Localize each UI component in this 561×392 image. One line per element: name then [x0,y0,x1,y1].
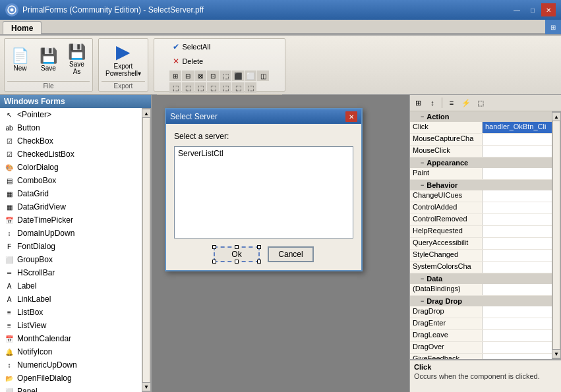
maximize-button[interactable]: □ [525,3,540,16]
toolbox-item[interactable]: 🎨ColorDialog [0,161,142,174]
edit-icon-btn-6[interactable]: ⬛ [232,70,244,81]
props-section-header[interactable]: −Drag Drop [410,296,552,306]
scroll-down-arrow[interactable]: ▼ [142,382,151,391]
props-cell-value[interactable] [483,238,552,249]
props-cell-value[interactable] [483,284,552,295]
props-section-header[interactable]: −Appearance [410,157,552,168]
dialog-listbox-item[interactable]: ServerListCtl [176,148,351,159]
props-cell-value[interactable] [483,190,552,202]
edit-icon-btn-8[interactable]: ◫ [257,70,269,81]
toolbox-item[interactable]: 📅DateTimePicker [0,213,142,227]
dialog-close-button[interactable]: ✕ [345,111,357,122]
props-sort-category-btn[interactable]: ⊞ [411,96,425,109]
props-section-header[interactable]: −Behavior [410,180,552,190]
props-row[interactable]: ControlRemoved [410,214,552,226]
props-events-btn[interactable]: ≡ [445,96,458,109]
props-cell-value[interactable] [483,318,552,329]
toolbox-item[interactable]: ↕NumericUpDown [0,358,142,372]
scroll-track[interactable] [142,118,150,382]
edit-icon-btn-2[interactable]: ⊟ [182,70,194,81]
edit-icon-btn-7[interactable]: ⬜ [245,70,256,81]
ribbon-collapse-btn[interactable]: ⊞ [545,20,561,34]
select-all-button[interactable]: ✔ SelectAll [169,40,269,53]
edit-icon-btn-4[interactable]: ⊡ [207,70,219,81]
toolbox-item[interactable]: ☑CheckBox [0,134,142,148]
props-cell-value[interactable] [483,168,552,179]
props-row[interactable]: DragEnter [410,318,552,330]
props-scrollbar[interactable]: ▲ ▼ [552,111,561,359]
props-cell-value[interactable] [483,134,552,145]
props-row[interactable]: MouseClick [410,146,552,157]
props-row[interactable]: GiveFeedback [410,354,552,359]
toolbox-item[interactable]: FFontDialog [0,240,142,253]
props-row[interactable]: DragDrop [410,306,552,318]
props-cell-value[interactable] [483,202,552,213]
props-scroll-track[interactable] [552,121,560,349]
props-section-header[interactable]: −Data [410,273,552,284]
edit-icon-btn-3[interactable]: ⊠ [194,70,206,81]
edit-icon-btn-13[interactable]: ⬚ [220,82,231,93]
props-row[interactable]: ControlAdded [410,202,552,214]
toolbox-item[interactable]: ↕DomainUpDown [0,227,142,240]
props-row[interactable]: DragLeave [410,330,552,342]
props-row[interactable]: QueryAccessibilit [410,238,552,250]
props-lightning-btn[interactable]: ⚡ [459,96,473,109]
toolbox-item[interactable]: 🔔NotifyIcon [0,345,142,358]
props-cell-value[interactable] [483,262,552,273]
toolbox-scrollbar[interactable]: ▲ ▼ [142,108,151,392]
delete-button[interactable]: ✕ Delete [169,55,269,68]
props-row[interactable]: ChangeUICues [410,190,552,202]
props-cell-value[interactable]: handler_OkBtn_Cli [483,122,552,133]
props-cell-value[interactable] [483,330,552,341]
toolbox-item[interactable]: ━HScrollBar [0,266,142,279]
edit-icon-btn-12[interactable]: ⬚ [207,82,219,93]
export-powershell-button[interactable]: ▶ ExportPowershell▾ [102,40,145,80]
props-extra-btn[interactable]: ⬚ [474,96,487,109]
minimize-button[interactable]: — [510,3,524,16]
props-cell-value[interactable] [483,214,552,225]
design-canvas[interactable]: Select Server ✕ Select a server: ServerL… [152,95,409,392]
edit-icon-btn-11[interactable]: ⬚ [194,82,206,93]
props-cell-value[interactable] [483,342,552,353]
toolbox-item[interactable]: abButton [0,121,142,134]
props-row[interactable]: Paint [410,168,552,180]
props-cell-value[interactable] [483,306,552,318]
props-row[interactable]: MouseCaptureCha [410,134,552,146]
toolbox-item[interactable]: ⬜GroupBox [0,253,142,266]
props-row[interactable]: (DataBindings) [410,284,552,296]
edit-icon-btn-10[interactable]: ⬚ [182,82,194,93]
toolbox-item[interactable]: ALinkLabel [0,293,142,306]
edit-icon-btn-15[interactable]: ⬚ [245,82,256,93]
dialog-listbox[interactable]: ServerListCtl [174,146,353,238]
props-cell-value[interactable] [483,250,552,261]
toolbox-item[interactable]: 📂OpenFileDialog [0,372,142,385]
props-scroll-down[interactable]: ▼ [552,349,561,358]
props-section-header[interactable]: −Action [410,111,552,122]
new-button[interactable]: 📄 New [7,46,33,74]
toolbox-item[interactable]: ALabel [0,279,142,293]
toolbox-item[interactable]: ▦DataGridView [0,200,142,213]
toolbox-item[interactable]: ↖<Pointer> [0,108,142,121]
props-scroll-up[interactable]: ▲ [552,112,561,121]
props-row[interactable]: StyleChanged [410,250,552,262]
save-button[interactable]: 💾 Save [36,46,61,74]
edit-icon-btn-1[interactable]: ⊞ [169,70,181,81]
save-as-button[interactable]: 💾 SaveAs [64,42,90,78]
toolbox-item[interactable]: 📅MonthCalendar [0,332,142,345]
props-row[interactable]: DragOver [410,342,552,354]
scroll-up-arrow[interactable]: ▲ [142,109,151,118]
dialog-cancel-button[interactable]: Cancel [268,246,314,262]
edit-icon-btn-14[interactable]: ⬚ [232,82,244,93]
toolbox-item[interactable]: ≡ListBox [0,306,142,319]
props-cell-value[interactable] [483,146,552,157]
toolbox-item[interactable]: ≡ListView [0,319,142,332]
close-button[interactable]: ✕ [541,3,556,16]
props-cell-value[interactable] [483,354,552,359]
props-row[interactable]: SystemColorsCha [410,262,552,273]
props-row[interactable]: HelpRequested [410,226,552,238]
dialog-ok-button[interactable]: Ok [214,246,260,262]
toolbox-item[interactable]: ▦DataGrid [0,187,142,200]
edit-icon-btn-9[interactable]: ⬚ [169,82,181,93]
toolbox-item[interactable]: ▤ComboBox [0,174,142,187]
toolbox-item[interactable]: ⬜Panel [0,385,142,392]
